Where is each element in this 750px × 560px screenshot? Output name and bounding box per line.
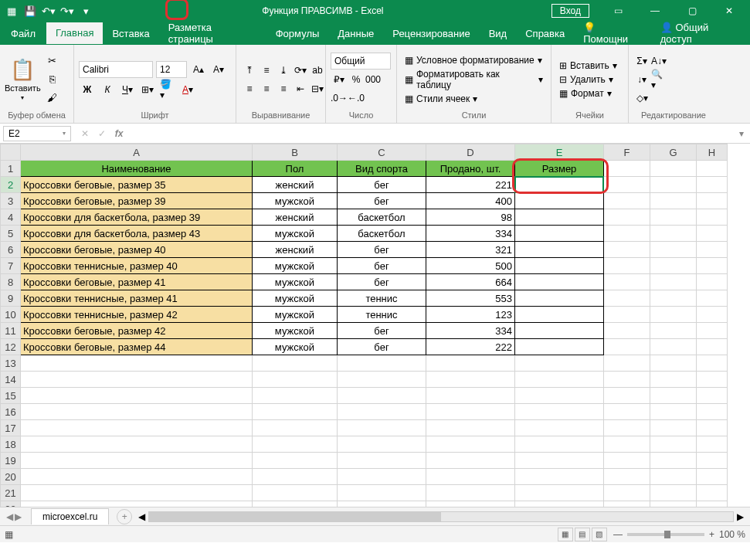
align-left-icon[interactable]: ≡: [241, 80, 258, 97]
cell-H21[interactable]: [697, 485, 728, 501]
cell-F20[interactable]: [604, 469, 650, 485]
cell-B1[interactable]: Пол: [253, 161, 338, 177]
zoom-level[interactable]: 100 %: [719, 529, 745, 540]
cell-F14[interactable]: [604, 372, 650, 388]
cell-E3[interactable]: [515, 193, 604, 209]
row-header-9[interactable]: 9: [1, 290, 21, 307]
cell-E15[interactable]: [515, 388, 604, 404]
cell-G18[interactable]: [650, 436, 697, 453]
cell-E6[interactable]: [515, 242, 604, 258]
row-header-14[interactable]: 14: [1, 372, 21, 388]
cell-G12[interactable]: [650, 339, 697, 355]
cell-C19[interactable]: [338, 453, 426, 469]
cell-H19[interactable]: [697, 453, 728, 469]
menu-help[interactable]: Справка: [516, 23, 574, 44]
cell-D21[interactable]: [426, 485, 515, 501]
add-sheet-button[interactable]: +: [117, 509, 132, 524]
cell-E17[interactable]: [515, 420, 604, 436]
font-size-select[interactable]: [156, 61, 187, 78]
cell-A13[interactable]: [21, 355, 253, 372]
cell-D18[interactable]: [426, 436, 515, 453]
decrease-decimal-icon[interactable]: ←.0: [348, 90, 365, 107]
cell-C20[interactable]: [338, 469, 426, 485]
cell-A9[interactable]: Кроссовки теннисные, размер 41: [21, 290, 253, 307]
paste-button[interactable]: 📋 Вставить ▾: [5, 58, 41, 101]
cell-G4[interactable]: [650, 209, 697, 226]
enter-formula-icon[interactable]: ✓: [94, 126, 110, 141]
border-button[interactable]: ⊞▾: [139, 81, 156, 98]
cut-icon[interactable]: ✂: [44, 53, 61, 70]
cell-F5[interactable]: [604, 226, 650, 242]
cell-H22[interactable]: [697, 501, 728, 507]
cell-B4[interactable]: женский: [253, 209, 338, 226]
cell-E18[interactable]: [515, 436, 604, 453]
cell-D20[interactable]: [426, 469, 515, 485]
row-header-17[interactable]: 17: [1, 420, 21, 436]
cell-H2[interactable]: [697, 177, 728, 193]
cell-C15[interactable]: [338, 388, 426, 404]
cell-A8[interactable]: Кроссовки беговые, размер 41: [21, 274, 253, 290]
row-header-22[interactable]: 22: [1, 501, 21, 507]
cell-H17[interactable]: [697, 420, 728, 436]
cell-B13[interactable]: [253, 355, 338, 372]
insert-cells-button[interactable]: ⊞ Вставить▾: [556, 59, 620, 72]
cell-B22[interactable]: [253, 501, 338, 507]
cell-B19[interactable]: [253, 453, 338, 469]
cell-A10[interactable]: Кроссовки теннисные, размер 42: [21, 307, 253, 323]
col-header-G[interactable]: G: [650, 144, 697, 161]
cell-A7[interactable]: Кроссовки теннисные, размер 40: [21, 258, 253, 274]
cell-A22[interactable]: [21, 501, 253, 507]
cell-D17[interactable]: [426, 420, 515, 436]
cell-C5[interactable]: баскетбол: [338, 226, 426, 242]
cell-E22[interactable]: [515, 501, 604, 507]
cell-D9[interactable]: 553: [426, 290, 515, 307]
hscroll-track[interactable]: [148, 511, 734, 522]
cell-B21[interactable]: [253, 485, 338, 501]
cell-B8[interactable]: мужской: [253, 274, 338, 290]
cell-B11[interactable]: мужской: [253, 323, 338, 339]
cancel-formula-icon[interactable]: ✕: [77, 126, 93, 141]
cell-B18[interactable]: [253, 436, 338, 453]
select-all-corner[interactable]: [1, 144, 21, 161]
fill-color-button[interactable]: 🪣▾: [159, 81, 176, 98]
decrease-indent-icon[interactable]: ⇤: [292, 80, 309, 97]
redo-icon[interactable]: ↷▾: [59, 2, 76, 19]
col-header-C[interactable]: C: [338, 144, 426, 161]
cell-F21[interactable]: [604, 485, 650, 501]
cell-D22[interactable]: [426, 501, 515, 507]
cell-A5[interactable]: Кроссовки для баскетбола, размер 43: [21, 226, 253, 242]
cell-C12[interactable]: бег: [338, 339, 426, 355]
cell-D5[interactable]: 334: [426, 226, 515, 242]
tab-nav-next[interactable]: ▶: [15, 511, 22, 522]
cell-E16[interactable]: [515, 404, 604, 420]
cell-A18[interactable]: [21, 436, 253, 453]
cell-B14[interactable]: [253, 372, 338, 388]
cell-E13[interactable]: [515, 355, 604, 372]
cell-D1[interactable]: Продано, шт.: [426, 161, 515, 177]
cell-H5[interactable]: [697, 226, 728, 242]
menu-insert[interactable]: Вставка: [103, 23, 158, 44]
menu-home[interactable]: Главная: [46, 22, 103, 44]
row-header-19[interactable]: 19: [1, 453, 21, 469]
cell-F12[interactable]: [604, 339, 650, 355]
menu-review[interactable]: Рецензирование: [383, 23, 479, 44]
cell-E20[interactable]: [515, 469, 604, 485]
cell-E10[interactable]: [515, 307, 604, 323]
cell-F11[interactable]: [604, 323, 650, 339]
cell-G20[interactable]: [650, 469, 697, 485]
align-right-icon[interactable]: ≡: [275, 80, 292, 97]
cell-F4[interactable]: [604, 209, 650, 226]
row-header-7[interactable]: 7: [1, 258, 21, 274]
sheet-tab[interactable]: microexcel.ru: [31, 508, 109, 524]
cell-G21[interactable]: [650, 485, 697, 501]
cell-C22[interactable]: [338, 501, 426, 507]
font-color-button[interactable]: A▾: [179, 81, 196, 98]
find-icon[interactable]: 🔍▾: [650, 71, 667, 88]
cell-C16[interactable]: [338, 404, 426, 420]
col-header-B[interactable]: B: [253, 144, 338, 161]
normal-view-button[interactable]: ▦: [558, 528, 573, 541]
cell-E21[interactable]: [515, 485, 604, 501]
cell-C13[interactable]: [338, 355, 426, 372]
undo-icon[interactable]: ↶▾: [40, 2, 57, 19]
cell-C3[interactable]: бег: [338, 193, 426, 209]
